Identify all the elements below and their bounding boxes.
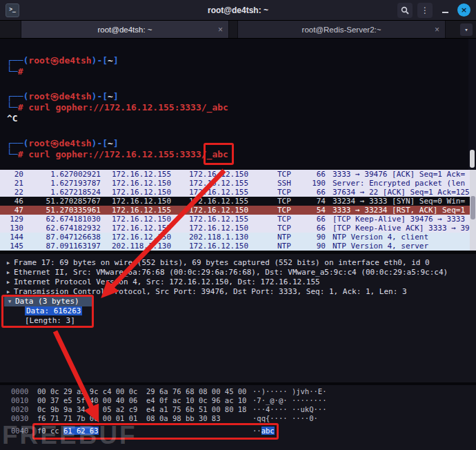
detail-data-node[interactable]: ▾Data (3 bytes) <box>4 297 92 306</box>
packet-src: 172.16.12.150 <box>112 233 189 242</box>
packet-list-scrollbar[interactable] <box>470 170 476 251</box>
packet-length: 66 <box>308 224 333 233</box>
packet-row-syn[interactable]: 4651.270285767172.16.12.150172.16.12.155… <box>0 197 476 206</box>
packet-info: Server: Encrypted packet (len <box>333 179 476 188</box>
hex-ascii-highlight: abc <box>261 427 275 435</box>
prompt-frame: ┌──( <box>7 91 28 101</box>
packet-info: [TCP Keep-Alive] 39476 → 3333 <box>333 215 476 224</box>
packet-list-scrollbar-thumb[interactable] <box>470 196 475 219</box>
hex-bytes: 00 0c 29 a5 9c c4 00 0c 29 6a 76 68 08 0… <box>37 387 252 396</box>
prompt-frame: ┌──( <box>7 55 28 66</box>
packet-no: 21 <box>0 179 29 188</box>
packet-row[interactable]: 12962.674181030172.16.12.150172.16.12.15… <box>0 215 476 224</box>
packet-proto: TCP <box>277 188 308 197</box>
prompt-frame: ] <box>113 91 119 101</box>
packet-time: 1.627002921 <box>29 170 112 179</box>
prompt-hash: # <box>18 66 23 77</box>
shell-prompt-block: ┌──(root㉿de4tsh)-[~] └─# curl gopher://1… <box>7 91 476 124</box>
packet-time: 87.047126638 <box>29 233 112 242</box>
prompt-path: ~ <box>108 91 113 101</box>
prompt-frame: )-[ <box>92 55 108 66</box>
prompt-frame: └─ <box>7 66 18 77</box>
packet-dst: 172.16.12.150 <box>189 170 277 179</box>
detail-ethernet[interactable]: ▸Ethernet II, Src: VMware_6a:76:68 (00:0… <box>3 268 476 277</box>
packet-row-selected[interactable]: 4751.270335961172.16.12.155172.16.12.150… <box>0 206 476 215</box>
hex-row[interactable]: 001000 37 e5 5f 40 00 40 06 e4 0f ac 10 … <box>11 396 476 405</box>
tab-terminal-de4tsh[interactable]: root@de4tsh: ~ × <box>21 21 229 38</box>
detail-text: Internet Protocol Version 4, Src: 172.16… <box>14 277 320 286</box>
packet-no: 46 <box>0 197 29 206</box>
hex-ascii: ·qq{···· ····0· <box>252 414 318 423</box>
command-line: └─# <box>7 66 476 77</box>
packet-src: 202.118.1.130 <box>112 242 189 251</box>
packet-row[interactable]: 14587.091163197202.118.1.130172.16.12.15… <box>0 242 476 251</box>
minimize-icon <box>442 12 448 13</box>
wireshark-hex-dump: 000000 0c 29 a5 9c c4 00 0c 29 6a 76 68 … <box>0 385 476 450</box>
prompt-path: ~ <box>108 55 113 66</box>
detail-data-length[interactable]: [Length: 3] <box>4 316 92 326</box>
search-button[interactable] <box>397 3 413 18</box>
packet-row[interactable]: 211.627193787172.16.12.150172.16.12.155S… <box>0 179 476 188</box>
terminal-app-icon: >_ <box>6 3 19 17</box>
tree-expand-icon[interactable]: ▸ <box>3 287 14 297</box>
packet-src: 172.16.12.155 <box>112 224 189 233</box>
tree-expand-icon[interactable]: ▸ <box>3 268 14 277</box>
prompt-frame: )-[ <box>92 91 108 101</box>
tree-expand-icon[interactable]: ▸ <box>3 258 14 268</box>
packet-row[interactable]: 221.627218524172.16.12.150172.16.12.155T… <box>0 188 476 197</box>
close-button[interactable]: × <box>457 3 470 17</box>
packet-no: 144 <box>0 233 29 242</box>
tree-expand-icon[interactable]: ▸ <box>3 277 14 287</box>
hex-ascii-plain: ·qq{···· ····0· <box>252 414 318 422</box>
hex-offset: 0040 <box>11 427 37 436</box>
packet-dst: 172.16.12.155 <box>189 197 277 206</box>
hex-ascii-plain: ·7·_@·@· ········ <box>252 396 326 404</box>
prompt-user: root㉿de4tsh <box>28 91 91 101</box>
detail-text: Frame 17: 69 bytes on wire (552 bits), 6… <box>14 258 430 267</box>
detail-text: Transmission Control Protocol, Src Port:… <box>14 287 407 296</box>
packet-time: 87.091163197 <box>29 242 112 251</box>
detail-data-value[interactable]: Data: 616263 <box>4 306 92 316</box>
hex-bytes-plain: 00 0c 29 a5 9c c4 00 0c 29 6a 76 68 08 0… <box>37 387 246 395</box>
packet-time: 62.674181030 <box>29 215 112 224</box>
packet-src: 172.16.12.150 <box>112 179 189 188</box>
packet-length: 66 <box>308 215 333 224</box>
packet-info: 37634 → 22 [ACK] Seq=1 Ack=125 <box>333 188 476 197</box>
packet-dst: 172.16.12.150 <box>189 224 277 233</box>
packet-no: 145 <box>0 242 29 251</box>
terminal-pane[interactable]: ┌──(root㉿de4tsh)-[~] └─# ┌──(root㉿de4tsh… <box>0 39 476 170</box>
packet-proto: NTP <box>277 242 308 251</box>
annotation-box-payload-abc: _abc <box>207 149 228 159</box>
detail-frame[interactable]: ▸Frame 17: 69 bytes on wire (552 bits), … <box>3 258 476 268</box>
packet-length: 90 <box>308 233 333 242</box>
detail-tcp[interactable]: ▸Transmission Control Protocol, Src Port… <box>3 287 476 297</box>
wireshark-packet-list: 201.627002921172.16.12.155172.16.12.150T… <box>0 170 476 251</box>
packet-length: 74 <box>308 197 333 206</box>
packet-row[interactable]: 201.627002921172.16.12.155172.16.12.150T… <box>0 170 476 179</box>
hex-ascii: ··)····· )jvh··E· <box>252 387 326 396</box>
menu-button[interactable]: ⋮ <box>417 3 433 18</box>
window-controls: ⋮ × <box>397 3 470 18</box>
tab-close-icon[interactable]: × <box>218 26 223 34</box>
packet-proto: TCP <box>277 224 308 233</box>
detail-text: Data (3 bytes) <box>15 297 79 306</box>
packet-info: NTP Version 4, client <box>333 233 476 242</box>
tab-terminal-redis-server2[interactable]: root@Redis-Server2:~ × <box>237 21 446 38</box>
packet-length: 190 <box>308 179 333 188</box>
packet-no: 130 <box>0 224 29 233</box>
detail-text-selected: Data: 616263 <box>25 306 82 315</box>
hex-ascii: ·7·_@·@· ········ <box>252 396 326 405</box>
hex-row-payload[interactable]: 0040f0 cc 61 62 63··abc <box>11 427 476 436</box>
terminal-scrollbar-thumb[interactable] <box>470 150 475 168</box>
minimize-button[interactable] <box>437 3 453 18</box>
tree-collapse-icon[interactable]: ▾ <box>4 297 15 306</box>
tab-close-icon[interactable]: × <box>435 26 439 34</box>
tab-dropdown-button[interactable]: ▾ <box>460 23 473 36</box>
hex-row[interactable]: 000000 0c 29 a5 9c c4 00 0c 29 6a 76 68 … <box>11 387 476 396</box>
packet-info: [TCP Keep-Alive ACK] 3333 → 39 <box>333 224 476 233</box>
packet-row[interactable]: 13062.674182932172.16.12.155172.16.12.15… <box>0 224 476 233</box>
hex-row[interactable]: 00200c 9b 9a 34 0d 05 a2 c9 e4 a1 75 6b … <box>11 405 476 414</box>
detail-ip[interactable]: ▸Internet Protocol Version 4, Src: 172.1… <box>3 277 476 287</box>
packet-row[interactable]: 14487.047126638172.16.12.150202.118.1.13… <box>0 233 476 242</box>
hex-row[interactable]: 0030f6 71 71 7b 00 00 01 01 08 0a 98 bb … <box>11 414 476 423</box>
